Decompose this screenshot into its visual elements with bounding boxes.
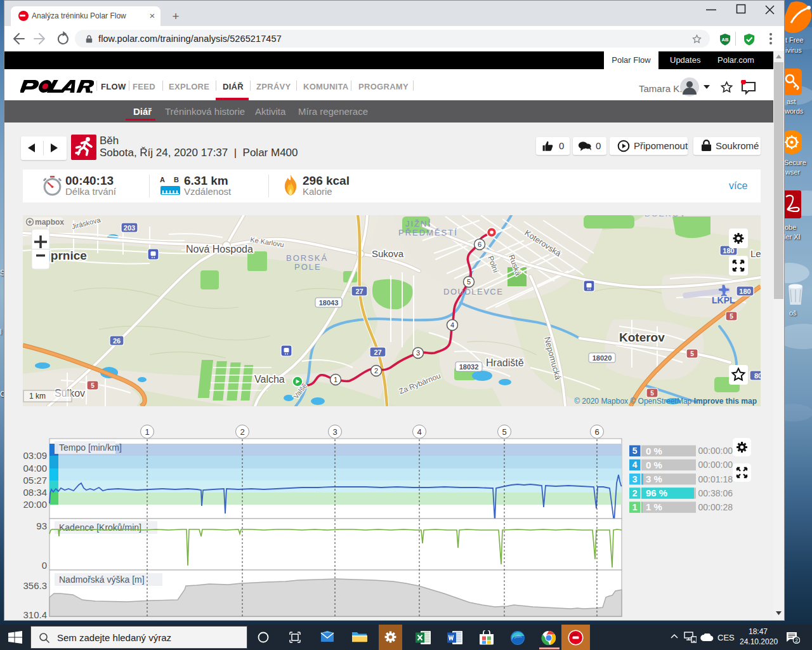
svg-text:0 %: 0 % [646,460,662,470]
svg-text:27: 27 [355,288,363,295]
svg-text:4: 4 [417,427,421,437]
svg-text:LKPL: LKPL [712,295,735,305]
svg-text:1: 1 [145,427,149,437]
svg-text:20:00: 20:00 [23,499,47,510]
svg-text:00:38:06: 00:38:06 [698,488,733,498]
svg-text:18032: 18032 [459,363,479,371]
svg-text:Hradiště: Hradiště [486,357,524,368]
svg-text:5: 5 [690,350,694,357]
svg-text:6: 6 [594,427,599,437]
svg-text:356.3: 356.3 [23,580,47,591]
svg-text:03:09: 03:09 [23,450,47,461]
svg-text:BOŽKOV: BOŽKOV [645,215,686,218]
svg-text:mapbox: mapbox [35,218,64,227]
svg-text:93: 93 [36,521,47,531]
svg-text:96 %: 96 % [646,488,667,498]
svg-text:JIŽNÍ: JIŽNÍ [405,219,431,229]
svg-text:00:01:18: 00:01:18 [698,474,733,484]
svg-text:08:34: 08:34 [23,487,47,498]
svg-text:5: 5 [91,382,95,389]
svg-text:26: 26 [113,337,121,345]
svg-text:6: 6 [478,241,481,248]
svg-text:PŘEDMĚSTÍ: PŘEDMĚSTÍ [398,228,458,237]
svg-text:18043: 18043 [319,299,339,307]
svg-text:18020: 18020 [593,354,612,362]
svg-text:2: 2 [374,367,378,375]
svg-text:Sukova: Sukova [372,248,404,259]
svg-text:1 %: 1 % [646,501,662,512]
svg-text:00:00:00: 00:00:00 [698,460,733,470]
svg-text:2: 2 [632,488,638,498]
svg-text:4: 4 [632,460,638,470]
svg-text:5: 5 [632,446,638,456]
svg-text:Nadmořská výška [m]: Nadmořská výška [m] [59,574,145,585]
svg-text:00:00:28: 00:00:28 [698,502,733,512]
svg-text:Tempo [min/km]: Tempo [min/km] [59,442,122,453]
svg-text:00:00:00: 00:00:00 [698,446,733,456]
svg-text:Valcha: Valcha [254,374,285,385]
svg-text:3: 3 [332,427,337,437]
svg-text:AB: AB [722,37,729,43]
svg-text:04:00: 04:00 [23,463,47,474]
svg-text:1: 1 [334,376,337,383]
svg-text:POLE: POLE [294,262,322,272]
svg-text:© 2020 Mapbox © OpenStreetMap: © 2020 Mapbox © OpenStreetMap Improve th… [574,397,757,406]
svg-text:4: 4 [450,321,454,329]
svg-text:2: 2 [795,637,798,644]
svg-text:310.4: 310.4 [23,609,47,620]
svg-text:3: 3 [416,349,420,357]
svg-text:2: 2 [240,427,244,437]
svg-text:5: 5 [467,278,471,286]
svg-text:Nová Hospoda: Nová Hospoda [186,244,253,255]
svg-text:DOUDLEVCE: DOUDLEVCE [443,287,503,296]
svg-text:5: 5 [730,313,733,320]
svg-text:BORSKÁ: BORSKÁ [286,253,328,263]
svg-text:Koterov: Koterov [619,331,665,344]
svg-text:180: 180 [739,288,750,295]
svg-text:203: 203 [124,224,135,232]
svg-text:1 km: 1 km [29,392,46,401]
svg-text:27: 27 [374,348,381,356]
svg-text:3 %: 3 % [646,474,662,484]
svg-text:0 %: 0 % [646,446,662,456]
svg-text:5: 5 [650,390,654,397]
svg-text:1: 1 [632,502,638,512]
svg-text:3: 3 [632,474,638,484]
svg-text:Kadence [Kroků/min]: Kadence [Kroků/min] [59,522,141,533]
svg-text:5: 5 [502,427,506,437]
svg-text:80: 80 [754,372,761,380]
svg-text:0: 0 [42,560,47,571]
svg-text:05:27: 05:27 [23,475,47,486]
svg-text:Letk: Letk [750,248,761,259]
